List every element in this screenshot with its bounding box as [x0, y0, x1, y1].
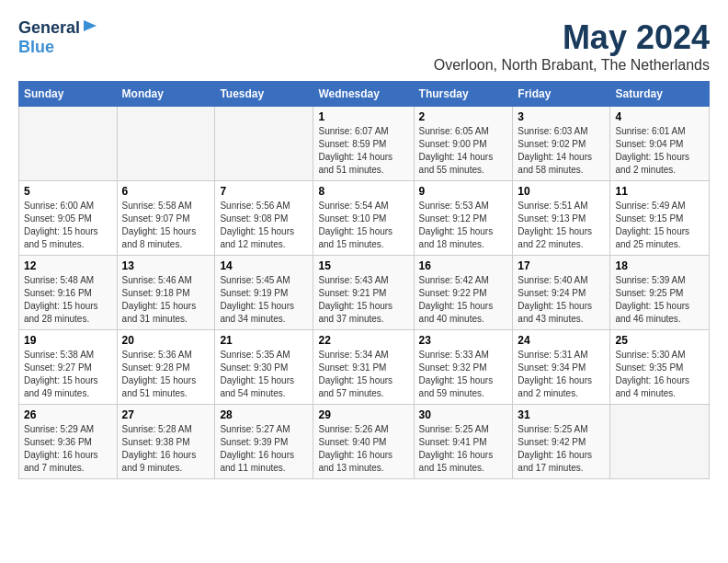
day-number: 13 [122, 259, 210, 272]
day-info: Sunrise: 5:34 AM Sunset: 9:31 PM Dayligh… [318, 349, 408, 400]
calendar-cell: 26Sunrise: 5:29 AM Sunset: 9:36 PM Dayli… [19, 405, 118, 479]
day-info: Sunrise: 5:45 AM Sunset: 9:19 PM Dayligh… [220, 274, 308, 326]
calendar-cell: 21Sunrise: 5:35 AM Sunset: 9:30 PM Dayli… [215, 330, 313, 405]
day-info: Sunrise: 5:49 AM Sunset: 9:15 PM Dayligh… [615, 200, 704, 251]
calendar-cell: 7Sunrise: 5:56 AM Sunset: 9:08 PM Daylig… [215, 181, 313, 256]
location-title: Overloon, North Brabant, The Netherlands [434, 57, 710, 74]
header-cell-thursday: Thursday [414, 82, 513, 107]
day-number: 23 [419, 334, 508, 347]
calendar-cell: 16Sunrise: 5:42 AM Sunset: 9:22 PM Dayli… [414, 256, 513, 330]
calendar-cell: 8Sunrise: 5:54 AM Sunset: 9:10 PM Daylig… [313, 181, 414, 256]
calendar-cell: 22Sunrise: 5:34 AM Sunset: 9:31 PM Dayli… [313, 330, 414, 405]
page-header: General Blue May 2024 Overloon, North Br… [18, 18, 710, 74]
day-info: Sunrise: 5:46 AM Sunset: 9:18 PM Dayligh… [122, 274, 210, 326]
calendar-cell: 31Sunrise: 5:25 AM Sunset: 9:42 PM Dayli… [513, 405, 610, 479]
day-number: 27 [122, 408, 210, 421]
day-info: Sunrise: 5:40 AM Sunset: 9:24 PM Dayligh… [518, 274, 605, 326]
calendar-cell: 9Sunrise: 5:53 AM Sunset: 9:12 PM Daylig… [414, 181, 513, 256]
day-number: 15 [318, 259, 408, 272]
day-number: 28 [220, 408, 308, 421]
day-info: Sunrise: 5:33 AM Sunset: 9:32 PM Dayligh… [419, 349, 508, 400]
calendar-cell: 6Sunrise: 5:58 AM Sunset: 9:07 PM Daylig… [117, 181, 215, 256]
day-info: Sunrise: 5:30 AM Sunset: 9:35 PM Dayligh… [615, 349, 704, 400]
calendar-cell: 5Sunrise: 6:00 AM Sunset: 9:05 PM Daylig… [19, 181, 118, 256]
day-number: 16 [419, 259, 508, 272]
calendar-week-0: 1Sunrise: 6:07 AM Sunset: 8:59 PM Daylig… [19, 107, 710, 181]
day-info: Sunrise: 5:53 AM Sunset: 9:12 PM Dayligh… [419, 200, 508, 251]
day-number: 18 [615, 259, 704, 272]
day-number: 17 [518, 259, 605, 272]
calendar-cell: 28Sunrise: 5:27 AM Sunset: 9:39 PM Dayli… [215, 405, 313, 479]
day-number: 25 [615, 334, 704, 347]
header-row: SundayMondayTuesdayWednesdayThursdayFrid… [19, 82, 710, 107]
calendar-week-4: 26Sunrise: 5:29 AM Sunset: 9:36 PM Dayli… [19, 405, 710, 479]
calendar-cell: 12Sunrise: 5:48 AM Sunset: 9:16 PM Dayli… [19, 256, 118, 330]
calendar-cell [19, 107, 118, 181]
calendar-cell: 24Sunrise: 5:31 AM Sunset: 9:34 PM Dayli… [513, 330, 610, 405]
month-title: May 2024 [434, 18, 710, 57]
logo: General Blue [18, 18, 98, 57]
day-info: Sunrise: 5:36 AM Sunset: 9:28 PM Dayligh… [122, 349, 210, 400]
day-number: 26 [24, 408, 112, 421]
calendar-cell: 30Sunrise: 5:25 AM Sunset: 9:41 PM Dayli… [414, 405, 513, 479]
calendar-cell: 29Sunrise: 5:26 AM Sunset: 9:40 PM Dayli… [313, 405, 414, 479]
calendar-table: SundayMondayTuesdayWednesdayThursdayFrid… [18, 81, 710, 479]
logo-blue-text: Blue [18, 38, 54, 57]
day-number: 22 [318, 334, 408, 347]
calendar-cell: 4Sunrise: 6:01 AM Sunset: 9:04 PM Daylig… [610, 107, 710, 181]
day-info: Sunrise: 5:43 AM Sunset: 9:21 PM Dayligh… [318, 274, 408, 326]
day-info: Sunrise: 5:25 AM Sunset: 9:42 PM Dayligh… [518, 423, 605, 475]
day-info: Sunrise: 5:56 AM Sunset: 9:08 PM Dayligh… [220, 200, 308, 251]
day-info: Sunrise: 5:27 AM Sunset: 9:39 PM Dayligh… [220, 423, 308, 475]
day-number: 1 [318, 110, 408, 123]
day-number: 7 [220, 185, 308, 198]
day-info: Sunrise: 5:58 AM Sunset: 9:07 PM Dayligh… [122, 200, 210, 251]
header-cell-sunday: Sunday [19, 82, 118, 107]
day-info: Sunrise: 6:00 AM Sunset: 9:05 PM Dayligh… [24, 200, 112, 251]
calendar-cell: 18Sunrise: 5:39 AM Sunset: 9:25 PM Dayli… [610, 256, 710, 330]
day-info: Sunrise: 5:26 AM Sunset: 9:40 PM Dayligh… [318, 423, 408, 475]
day-info: Sunrise: 5:54 AM Sunset: 9:10 PM Dayligh… [318, 200, 408, 251]
day-number: 30 [419, 408, 508, 421]
day-number: 29 [318, 408, 408, 421]
day-info: Sunrise: 5:29 AM Sunset: 9:36 PM Dayligh… [24, 423, 112, 475]
day-info: Sunrise: 5:25 AM Sunset: 9:41 PM Dayligh… [419, 423, 508, 475]
logo-flag-icon [82, 18, 98, 35]
day-number: 6 [122, 185, 210, 198]
logo-general-text: General [18, 18, 80, 38]
day-info: Sunrise: 5:39 AM Sunset: 9:25 PM Dayligh… [615, 274, 704, 326]
calendar-cell [117, 107, 215, 181]
calendar-cell: 25Sunrise: 5:30 AM Sunset: 9:35 PM Dayli… [610, 330, 710, 405]
day-number: 11 [615, 185, 704, 198]
calendar-cell: 2Sunrise: 6:05 AM Sunset: 9:00 PM Daylig… [414, 107, 513, 181]
day-info: Sunrise: 5:38 AM Sunset: 9:27 PM Dayligh… [24, 349, 112, 400]
calendar-cell: 15Sunrise: 5:43 AM Sunset: 9:21 PM Dayli… [313, 256, 414, 330]
calendar-week-2: 12Sunrise: 5:48 AM Sunset: 9:16 PM Dayli… [19, 256, 710, 330]
day-number: 4 [615, 110, 704, 123]
day-number: 20 [122, 334, 210, 347]
calendar-week-1: 5Sunrise: 6:00 AM Sunset: 9:05 PM Daylig… [19, 181, 710, 256]
calendar-cell: 27Sunrise: 5:28 AM Sunset: 9:38 PM Dayli… [117, 405, 215, 479]
calendar-cell: 14Sunrise: 5:45 AM Sunset: 9:19 PM Dayli… [215, 256, 313, 330]
header-cell-monday: Monday [117, 82, 215, 107]
day-info: Sunrise: 5:42 AM Sunset: 9:22 PM Dayligh… [419, 274, 508, 326]
day-info: Sunrise: 5:28 AM Sunset: 9:38 PM Dayligh… [122, 423, 210, 475]
svg-marker-0 [84, 20, 97, 31]
day-number: 3 [518, 110, 605, 123]
calendar-cell: 23Sunrise: 5:33 AM Sunset: 9:32 PM Dayli… [414, 330, 513, 405]
day-info: Sunrise: 6:05 AM Sunset: 9:00 PM Dayligh… [419, 125, 508, 177]
header-cell-friday: Friday [513, 82, 610, 107]
header-cell-tuesday: Tuesday [215, 82, 313, 107]
day-info: Sunrise: 5:51 AM Sunset: 9:13 PM Dayligh… [518, 200, 605, 251]
day-number: 14 [220, 259, 308, 272]
day-info: Sunrise: 6:07 AM Sunset: 8:59 PM Dayligh… [318, 125, 408, 177]
day-number: 24 [518, 334, 605, 347]
calendar-cell: 1Sunrise: 6:07 AM Sunset: 8:59 PM Daylig… [313, 107, 414, 181]
calendar-cell [215, 107, 313, 181]
header-cell-wednesday: Wednesday [313, 82, 414, 107]
calendar-cell: 20Sunrise: 5:36 AM Sunset: 9:28 PM Dayli… [117, 330, 215, 405]
calendar-cell: 3Sunrise: 6:03 AM Sunset: 9:02 PM Daylig… [513, 107, 610, 181]
header-cell-saturday: Saturday [610, 82, 710, 107]
calendar-cell [610, 405, 710, 479]
day-number: 19 [24, 334, 112, 347]
